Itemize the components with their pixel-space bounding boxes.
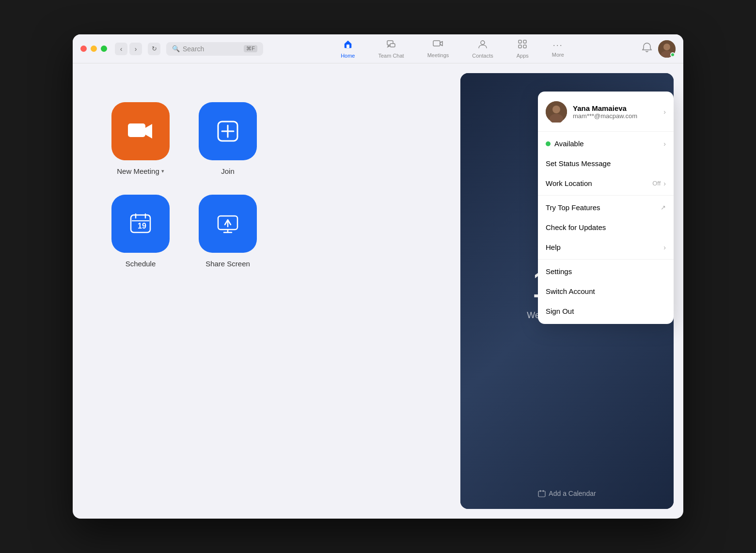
search-input[interactable]: Search (183, 45, 204, 53)
tab-contacts[interactable]: Contacts (460, 37, 504, 61)
work-location-right: Off › (652, 180, 666, 187)
menu-item-sign-out[interactable]: Sign Out (538, 301, 674, 321)
share-screen-action[interactable]: Share Screen (199, 195, 257, 268)
titlebar: ‹ › ↻ 🔍 Search ⌘F Home (73, 34, 683, 63)
notifications-icon[interactable] (642, 42, 652, 55)
svg-rect-0 (346, 45, 349, 48)
minimize-button[interactable] (91, 46, 97, 52)
share-screen-label: Share Screen (205, 260, 250, 268)
join-action[interactable]: Join (199, 102, 257, 175)
menu-item-check-updates[interactable]: Check for Updates (538, 217, 674, 237)
tab-team-chat[interactable]: Team Chat (366, 37, 415, 61)
nav-tabs: Home Team Chat (263, 37, 642, 61)
main-content: New Meeting ▾ Join (73, 63, 683, 519)
contacts-icon (478, 39, 488, 51)
tab-home[interactable]: Home (329, 37, 366, 61)
app-window: ‹ › ↻ 🔍 Search ⌘F Home (73, 34, 683, 519)
svg-rect-7 (519, 45, 521, 48)
available-chevron-icon: › (663, 140, 666, 148)
menu-help-label: Help (546, 243, 660, 251)
join-button[interactable] (199, 102, 257, 160)
svg-rect-3 (433, 41, 440, 46)
menu-set-status-label: Set Status Message (546, 159, 666, 168)
menu-profile-info: Yana Mamaieva mam***@macpaw.com (573, 104, 658, 120)
new-meeting-label: New Meeting ▾ (117, 167, 164, 175)
tab-meetings[interactable]: Meetings (416, 38, 461, 60)
search-icon: 🔍 (172, 45, 180, 52)
profile-chevron-icon: › (663, 108, 666, 116)
work-location-value: Off (652, 180, 661, 187)
menu-available-label: Available (554, 139, 660, 148)
svg-point-4 (481, 41, 485, 45)
menu-switch-account-label: Switch Account (546, 287, 666, 295)
forward-button[interactable]: › (129, 43, 142, 55)
menu-item-settings[interactable]: Settings (538, 261, 674, 281)
team-chat-icon (386, 39, 396, 51)
apps-icon (518, 39, 527, 51)
tab-apps-label: Apps (517, 53, 529, 59)
menu-divider-2 (538, 195, 674, 196)
menu-profile-name: Yana Mamaieva (573, 104, 658, 112)
work-location-chevron-icon: › (663, 180, 666, 187)
more-icon: ··· (553, 40, 563, 50)
tab-more[interactable]: ··· More (540, 38, 576, 60)
svg-rect-2 (390, 44, 395, 47)
tab-more-label: More (552, 52, 564, 58)
add-calendar-link[interactable]: Add a Calendar (538, 490, 596, 497)
schedule-label: Schedule (126, 260, 156, 268)
tab-home-label: Home (341, 53, 355, 59)
schedule-action[interactable]: 19 Schedule (111, 195, 170, 268)
menu-divider-3 (538, 259, 674, 260)
search-bar[interactable]: 🔍 Search ⌘F (166, 42, 263, 56)
add-calendar-text: Add a Calendar (549, 490, 596, 497)
menu-item-help[interactable]: Help › (538, 237, 674, 257)
avatar-wrapper[interactable] (658, 40, 676, 58)
svg-text:19: 19 (138, 222, 146, 230)
nav-arrows: ‹ › (115, 43, 142, 55)
home-icon (343, 39, 353, 51)
traffic-lights (80, 46, 107, 52)
menu-check-updates-label: Check for Updates (546, 223, 666, 231)
svg-rect-5 (519, 40, 521, 43)
join-label: Join (221, 167, 235, 175)
new-meeting-dropdown-icon: ▾ (161, 168, 164, 174)
menu-sign-out-label: Sign Out (546, 307, 666, 315)
menu-item-available[interactable]: Available › (538, 134, 674, 154)
rotate-icon: ↻ (148, 43, 160, 55)
tab-contacts-label: Contacts (472, 53, 493, 59)
svg-point-29 (552, 106, 560, 113)
action-grid: New Meeting ▾ Join (111, 102, 257, 268)
menu-try-top-features-label: Try Top Features (546, 203, 657, 212)
external-link-icon: ↗ (661, 204, 666, 211)
svg-rect-8 (523, 45, 526, 48)
schedule-button[interactable]: 19 (111, 195, 170, 253)
new-meeting-button[interactable] (111, 102, 170, 160)
home-area: New Meeting ▾ Join (73, 63, 460, 519)
status-dot-icon (546, 141, 551, 146)
meetings-icon (433, 40, 443, 51)
help-chevron-icon: › (663, 244, 666, 251)
menu-item-work-location[interactable]: Work Location Off › (538, 173, 674, 193)
new-meeting-action[interactable]: New Meeting ▾ (111, 102, 170, 175)
tab-meetings-label: Meetings (427, 52, 449, 58)
new-meeting-text: New Meeting (117, 167, 159, 175)
menu-profile-item[interactable]: Yana Mamaieva mam***@macpaw.com › (538, 94, 674, 129)
svg-rect-12 (128, 123, 145, 137)
back-button[interactable]: ‹ (115, 43, 127, 55)
menu-work-location-label: Work Location (546, 179, 648, 187)
menu-item-try-top-features[interactable]: Try Top Features ↗ (538, 198, 674, 217)
menu-divider-1 (538, 131, 674, 132)
maximize-button[interactable] (101, 46, 107, 52)
close-button[interactable] (80, 46, 87, 52)
join-text: Join (221, 167, 235, 175)
share-screen-button[interactable] (199, 195, 257, 253)
menu-item-set-status[interactable]: Set Status Message (538, 154, 674, 173)
schedule-text: Schedule (126, 260, 156, 268)
dropdown-menu: Yana Mamaieva mam***@macpaw.com › Availa… (538, 92, 674, 324)
search-shortcut: ⌘F (244, 45, 257, 52)
svg-rect-25 (538, 491, 545, 497)
online-status-indicator (670, 52, 675, 57)
tab-apps[interactable]: Apps (505, 37, 540, 61)
menu-item-switch-account[interactable]: Switch Account (538, 281, 674, 301)
menu-profile-email: mam***@macpaw.com (573, 112, 658, 120)
